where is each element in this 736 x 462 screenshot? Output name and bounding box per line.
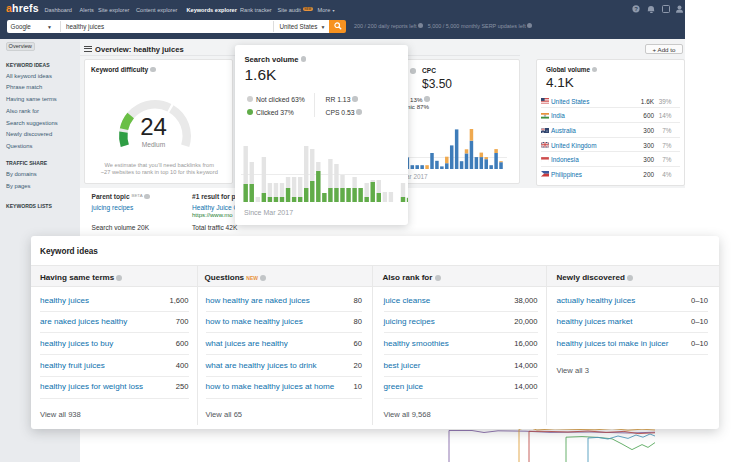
svg-text:?: ? <box>634 6 638 12</box>
